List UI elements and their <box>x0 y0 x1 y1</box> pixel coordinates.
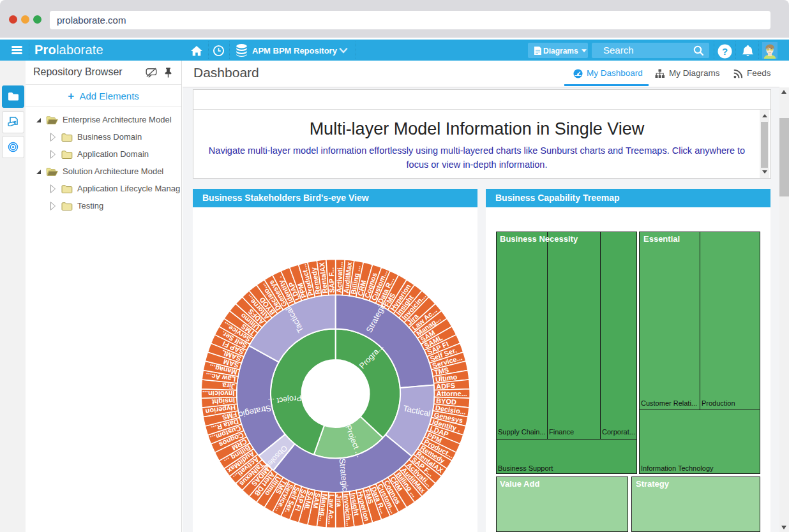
svg-text:Insight: Insight <box>211 397 235 406</box>
svg-text:?: ? <box>722 46 728 57</box>
svg-text:Jira: Jira <box>335 494 343 508</box>
svg-text:SAP F...: SAP F... <box>327 267 336 293</box>
svg-text:ADFS: ADFS <box>436 381 456 390</box>
svg-text:Attorne...: Attorne... <box>437 390 467 397</box>
svg-text:Invoicin...: Invoicin... <box>202 390 235 397</box>
